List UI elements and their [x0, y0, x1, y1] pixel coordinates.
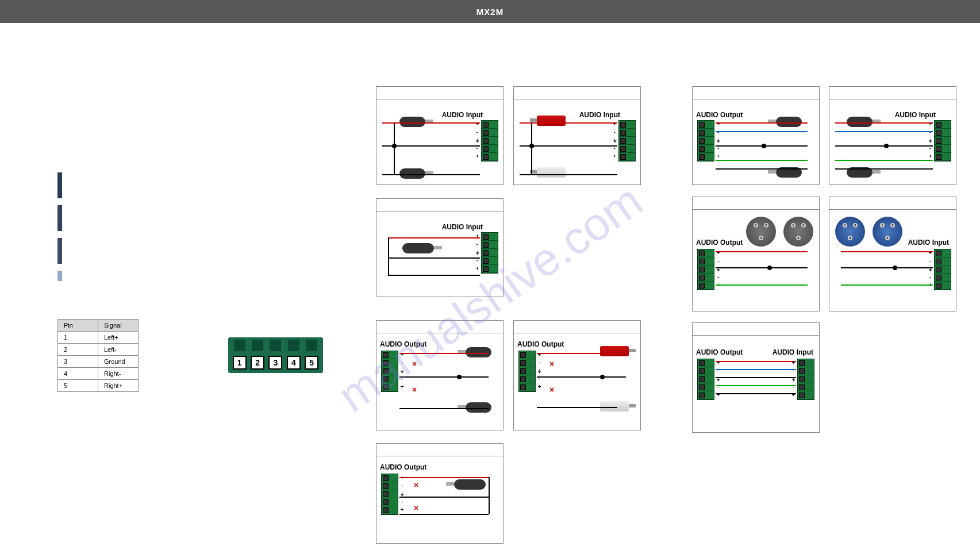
rca-white-icon — [600, 401, 629, 411]
phoenix-connector-icon: 1 2 3 4 5 — [228, 337, 323, 373]
ts-plug-icon — [399, 168, 425, 179]
diagram-label: AUDIO Output — [696, 348, 743, 356]
section-bars — [57, 172, 201, 288]
top-bar: MX2M — [0, 0, 980, 23]
rca-red-icon — [600, 346, 629, 356]
xlr-female-icon: 123 — [835, 217, 865, 247]
trs-plug-icon — [402, 243, 434, 253]
rca-white-icon — [537, 167, 566, 178]
ts-plug-icon — [466, 347, 491, 357]
xlr-male-icon: 123 — [783, 217, 813, 247]
diagram-label: AUDIO Output — [696, 239, 743, 247]
diagram-label: AUDIO Input — [895, 111, 936, 119]
diagram-ts-input: AUDIO Input + - ⏚ - + — [376, 86, 504, 185]
section-bar — [57, 205, 62, 231]
diagram-label: AUDIO Output — [380, 340, 426, 348]
ts-plug-icon — [466, 402, 491, 413]
diagram-xlr-output: AUDIO Output + - ⏚ - + 123 123 — [692, 197, 820, 311]
diagram-label: AUDIO Output — [696, 111, 743, 119]
diagram-label: AUDIO Input — [773, 348, 813, 356]
diagram-label: AUDIO Output — [380, 463, 426, 471]
xlr-female-icon: 123 — [873, 217, 902, 247]
diagram-trs-input: AUDIO Input + - ⏚ - + — [376, 198, 504, 297]
diagram-label: AUDIO Output — [517, 340, 564, 348]
diagram-phx-phx: AUDIO Output AUDIO Input + - ⏚ - + + - ⏚… — [692, 322, 820, 433]
logo: MX2M — [476, 7, 504, 17]
page-content: manualshive.com PinSignal 1Left+ 2Left- … — [0, 23, 980, 550]
section-bar — [57, 238, 62, 264]
diagram-label: AUDIO Input — [908, 239, 949, 247]
trs-plug-icon — [847, 117, 873, 127]
diagram-ts-input-balanced: AUDIO Input + - ⏚ - + — [829, 86, 956, 185]
xlr-male-icon: 123 — [746, 217, 776, 247]
pin-table: PinSignal 1Left+ 2Left- 3Ground 4Right- … — [57, 319, 139, 392]
diagram-label: AUDIO Input — [442, 111, 483, 119]
ts-plug-icon — [399, 117, 425, 127]
diagram-xlr-input: AUDIO Input + - ⏚ - + 123 123 — [829, 197, 956, 311]
diagram-label: AUDIO Input — [579, 111, 620, 119]
pin-header: Pin — [58, 320, 98, 332]
diagram-rca-output: AUDIO Output + - ⏚ - + × × — [513, 320, 641, 430]
diagram-trs-output: AUDIO Output + - ⏚ - + × × — [376, 443, 504, 544]
section-bar — [57, 172, 62, 198]
diagram-rca-input: AUDIO Input + - ⏚ - + — [513, 86, 641, 185]
diagram-ts-output-unbal: AUDIO Output + - ⏚ - + × × — [376, 320, 504, 430]
section-bar — [57, 271, 62, 281]
trs-plug-icon — [776, 117, 802, 127]
rca-red-icon — [537, 116, 566, 126]
diagram-ts-output: AUDIO Output + - ⏚ - + — [692, 86, 820, 185]
trs-plug-icon — [454, 479, 486, 490]
signal-header: Signal — [98, 320, 139, 332]
diagram-label: AUDIO Input — [442, 223, 483, 231]
